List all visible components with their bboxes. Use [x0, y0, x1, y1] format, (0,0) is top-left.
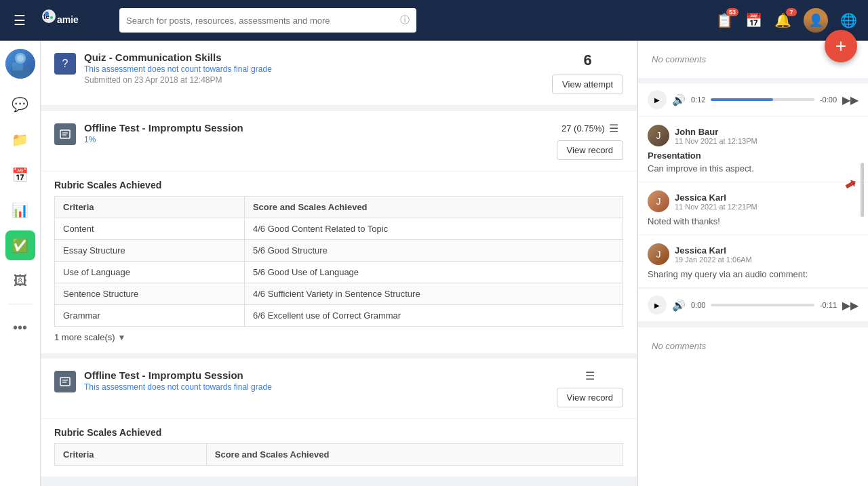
info-icon: ⓘ [400, 14, 410, 26]
play-button-2[interactable]: ▶ [648, 296, 667, 315]
rubric-col1-header-2: Criteria [55, 444, 207, 466]
view-record-button-1[interactable]: View record [557, 140, 623, 160]
expand-icon-2[interactable]: ▶▶ [842, 299, 859, 312]
search-bar[interactable]: ⓘ [119, 8, 416, 33]
sidebar-item-calendar[interactable]: 📅 [5, 160, 35, 190]
comment-header: JJessica Karl11 Nov 2021 at 12:21PM [648, 190, 859, 212]
rubric-table-1: Criteria Score and Scales Achieved Conte… [54, 196, 623, 327]
rubric-table-2: Criteria Score and Scales Achieved [54, 443, 623, 466]
hamburger-menu[interactable]: ☰ [11, 9, 28, 31]
rubric-col1-header: Criteria [55, 197, 245, 218]
rubric-col2-header-2: Score and Scales Achieved [206, 444, 623, 466]
user-avatar-wrap[interactable]: 👤 [804, 8, 828, 33]
offline-test-card-2: Offline Test - Impromptu Session This as… [41, 359, 637, 482]
offline-test-title: Offline Test - Impromptu Session [84, 122, 549, 134]
sidebar-item-folder[interactable]: 📁 [5, 125, 35, 155]
rubric-criteria: Content [55, 218, 245, 240]
audio-player-2: ▶ 🔊 0:00 -0:11 ▶▶ [638, 288, 868, 322]
audio-time-end-2: -0:11 [820, 301, 837, 309]
rubric-col2-header: Score and Scales Achieved [244, 197, 623, 218]
sidebar-item-analytics[interactable]: 📊 [5, 195, 35, 225]
quiz-info: Quiz - Communication Skills This assessm… [84, 52, 544, 85]
offline-test-score: 27 (0.75%) [561, 123, 605, 134]
chat-icon: 💬 [12, 96, 28, 113]
rubric-row: Sentence Structure4/6 Sufficient Variety… [55, 283, 623, 305]
offline-test-title-2: Offline Test - Impromptu Session [84, 369, 549, 381]
main-scroll-area[interactable]: ? Quiz - Communication Skills This asses… [41, 41, 637, 486]
comment-item: JJessica Karl11 Nov 2021 at 12:21PMNoted… [638, 182, 868, 235]
calendar-icon: 📅 [12, 167, 28, 183]
rubric-score: 5/6 Good Use of Language [244, 262, 623, 283]
notifications-badge: 7 [786, 8, 797, 16]
sidebar-divider [8, 304, 33, 304]
analytics-icon: 📊 [12, 202, 28, 218]
play-button-1[interactable]: ▶ [648, 90, 667, 109]
offline-test-header: Offline Test - Impromptu Session 1% 27 (… [41, 111, 637, 171]
comment-time: 19 Jan 2022 at 1:06AM [675, 256, 859, 264]
sidebar-item-tasks[interactable]: ✅ [5, 230, 35, 260]
notifications-icon-wrap[interactable]: 🔔 7 [774, 12, 791, 28]
logo-svg: te amie [37, 8, 98, 33]
rubric-score: 5/6 Good Structure [244, 240, 623, 262]
globe-icon[interactable]: 🌐 [840, 12, 857, 28]
calendar-nav-icon: 📅 [745, 13, 762, 28]
volume-icon-2[interactable]: 🔊 [672, 299, 686, 312]
rubric-score: 4/6 Sufficient Variety in Sentence Struc… [244, 283, 623, 305]
rubric-row: Grammar6/6 Excellent use of Correct Gram… [55, 305, 623, 327]
more-scales-link[interactable]: 1 more scale(s) ▼ [54, 327, 623, 342]
offline-test-header-2: Offline Test - Impromptu Session This as… [41, 359, 637, 419]
audio-time-start-1: 0:12 [691, 96, 705, 104]
fab-button[interactable]: + [825, 30, 857, 62]
offline-test-icon [54, 123, 76, 145]
sidebar-item-monitor[interactable]: 🖼 [5, 266, 35, 296]
sidebar-item-more[interactable]: ••• [5, 312, 35, 342]
progress-fill-1 [711, 98, 773, 101]
quiz-score: 6 [583, 52, 591, 69]
quiz-date: Submitted on 23 Apr 2018 at 12:48PM [84, 75, 544, 85]
sidebar: 💬 📁 📅 📊 ✅ 🖼 ••• [0, 41, 41, 486]
svg-point-7 [17, 55, 24, 62]
view-record-button-2[interactable]: View record [557, 388, 623, 407]
quiz-icon: ? [54, 53, 76, 75]
comment-header: JJohn Baur11 Nov 2021 at 12:13PM [648, 125, 859, 146]
comment-name: Jessica Karl [675, 245, 859, 256]
quiz-card: ? Quiz - Communication Skills This asses… [41, 41, 637, 111]
comment-name: John Baur [675, 127, 859, 137]
rubric-row: Use of Language5/6 Good Use of Language [55, 262, 623, 283]
calendar-icon-wrap[interactable]: 📅 [745, 12, 762, 28]
comments-list: JJohn Baur11 Nov 2021 at 12:13PMPresenta… [638, 117, 868, 322]
rubric-score: 6/6 Excellent use of Correct Grammar [244, 305, 623, 327]
progress-bar-2[interactable] [711, 304, 814, 306]
app-logo: te amie [37, 8, 98, 33]
posts-badge: 53 [726, 8, 738, 16]
expand-icon-1[interactable]: ▶▶ [842, 94, 859, 106]
comment-avatar: J [648, 125, 669, 146]
quiz-subtitle: This assessment does not count towards f… [84, 64, 544, 74]
svg-rect-9 [60, 130, 70, 138]
search-input[interactable] [126, 16, 397, 26]
quiz-score-area: 6 View attempt [552, 52, 623, 94]
rubric-row: Essay Structure5/6 Good Structure [55, 240, 623, 262]
comment-body: Noted with thanks! [648, 216, 859, 226]
no-comments-label-3: No comments [638, 327, 868, 365]
comments-panel[interactable]: No comments ▶ 🔊 0:12 -0:00 ▶▶ JJohn Baur… [637, 41, 868, 486]
comment-avatar: J [648, 190, 669, 212]
view-attempt-button[interactable]: View attempt [552, 75, 623, 94]
progress-bar-1[interactable] [711, 98, 814, 101]
comment-body: Sharing my query via an audio comment: [648, 269, 859, 279]
posts-icon-wrap[interactable]: 📋 53 [716, 12, 733, 28]
rubric-section-2: Rubric Scales Achieved Criteria Score an… [41, 419, 637, 477]
rubric-criteria: Essay Structure [55, 240, 245, 262]
rubric-criteria: Use of Language [55, 262, 245, 283]
rubric-title-1: Rubric Scales Achieved [54, 171, 623, 196]
sidebar-user-avatar[interactable] [5, 49, 35, 79]
comment-header: JJessica Karl19 Jan 2022 at 1:06AM [648, 243, 859, 265]
main-layout: 💬 📁 📅 📊 ✅ 🖼 ••• ? [0, 41, 868, 486]
rubric-criteria: Sentence Structure [55, 283, 245, 305]
chevron-down-icon: ▼ [118, 333, 126, 342]
sidebar-item-chat[interactable]: 💬 [5, 89, 35, 119]
more-scales-label: 1 more scale(s) [54, 332, 115, 342]
volume-icon-1[interactable]: 🔊 [672, 94, 686, 106]
quiz-title: Quiz - Communication Skills [84, 52, 544, 63]
user-avatar: 👤 [804, 8, 828, 33]
